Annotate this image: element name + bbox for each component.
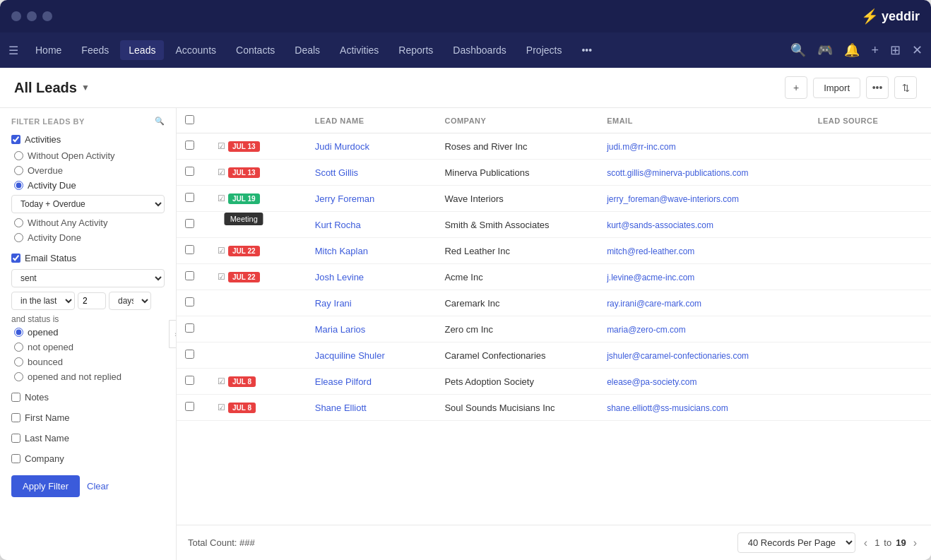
activity-badge[interactable]: JUL 19 — [228, 193, 260, 204]
filter-bounced[interactable]: bounced — [11, 357, 165, 367]
row-checkbox[interactable] — [185, 167, 194, 176]
nav-item-activities[interactable]: Activities — [331, 40, 387, 60]
nav-item-contacts[interactable]: Contacts — [227, 40, 283, 60]
row-checkbox[interactable] — [185, 193, 194, 202]
all-leads-button[interactable]: All Leads ▼ — [14, 80, 90, 96]
email-link[interactable]: j.levine@acme-inc.com — [607, 273, 694, 282]
activity-badge[interactable]: JUL 22 — [228, 272, 260, 282]
grid-icon[interactable]: ⊞ — [890, 42, 901, 58]
company-checkbox-label[interactable]: Company — [11, 453, 165, 464]
clear-filter-button[interactable]: Clear — [87, 481, 109, 492]
nav-item-accounts[interactable]: Accounts — [167, 40, 225, 60]
row-checkbox[interactable] — [185, 219, 194, 228]
gamepad-icon[interactable]: 🎮 — [817, 42, 833, 58]
firstname-checkbox[interactable] — [11, 413, 20, 422]
firstname-checkbox-label[interactable]: First Name — [11, 412, 165, 423]
activity-badge[interactable]: JUL 13 — [228, 141, 260, 152]
nav-item-home[interactable]: Home — [27, 40, 70, 60]
email-link[interactable]: scott.gillis@minerva-publications.com — [607, 168, 748, 178]
days-select[interactable]: days — [109, 292, 151, 310]
filter-not-opened[interactable]: not opened — [11, 342, 165, 352]
filter-search-icon[interactable]: 🔍 — [155, 117, 165, 126]
email-link[interactable]: judi.m@rr-inc.com — [607, 142, 676, 152]
more-options-button[interactable]: ••• — [866, 76, 889, 99]
email-link[interactable]: jerry_foreman@wave-interiors.com — [607, 194, 739, 204]
lead-name-link[interactable]: Shane Elliott — [315, 403, 367, 413]
filter-opened-not-replied[interactable]: opened and not replied — [11, 371, 165, 382]
apply-filter-button[interactable]: Apply Filter — [11, 475, 80, 497]
filter-without-open-activity[interactable]: Without Open Activity — [11, 150, 165, 161]
add-icon[interactable]: + — [871, 43, 879, 58]
lead-source-cell — [810, 186, 931, 212]
nav-item-more[interactable]: ••• — [573, 40, 600, 60]
lead-name-link[interactable]: Josh Levine — [315, 272, 364, 282]
email-link[interactable]: maria@zero-cm.com — [607, 325, 686, 335]
days-input[interactable] — [78, 292, 106, 309]
company-checkbox[interactable] — [11, 454, 20, 463]
lead-name-link[interactable]: Elease Pilford — [315, 376, 372, 387]
sort-button[interactable]: ⇅ — [894, 76, 917, 99]
lead-name-link[interactable]: Judi Murdock — [315, 141, 369, 152]
filter-opened[interactable]: opened — [11, 327, 165, 338]
prev-page-button[interactable]: ‹ — [861, 537, 870, 549]
email-sent-select[interactable]: sent — [11, 269, 165, 287]
lead-name-link[interactable]: Ray Irani — [315, 298, 352, 309]
email-link[interactable]: elease@pa-society.com — [607, 377, 696, 387]
filter-without-any-activity[interactable]: Without Any Activity — [11, 218, 165, 228]
toolbar-actions: + Import ••• ⇅ — [785, 76, 917, 99]
nav-item-leads[interactable]: Leads — [120, 40, 164, 60]
lead-name-link[interactable]: Kurt Rocha — [315, 220, 361, 230]
app-logo: ⚡ yeddir — [861, 8, 920, 25]
lead-name-link[interactable]: Mitch Kaplan — [315, 246, 368, 256]
row-checkbox[interactable] — [185, 376, 194, 385]
filter-overdue[interactable]: Overdue — [11, 165, 165, 176]
row-checkbox[interactable] — [185, 245, 194, 254]
email-link[interactable]: ray.irani@care-mark.com — [607, 299, 701, 309]
email-link[interactable]: shane.elliott@ss-musicians.com — [607, 403, 728, 413]
filter-activity-due[interactable]: Activity Due — [11, 180, 165, 191]
lead-name-link[interactable]: Maria Larios — [315, 324, 366, 335]
notes-checkbox-label[interactable]: Notes — [11, 392, 165, 403]
nav-item-reports[interactable]: Reports — [390, 40, 441, 60]
email-link[interactable]: kurt@sands-associates.com — [607, 220, 713, 230]
nav-item-feeds[interactable]: Feeds — [73, 40, 117, 60]
lead-name-link[interactable]: Jacquiline Shuler — [315, 350, 385, 361]
activity-badge[interactable]: JUL 8 — [228, 403, 256, 413]
row-checkbox[interactable] — [185, 350, 194, 359]
activity-badge[interactable]: JUL 22 — [228, 246, 260, 256]
activity-due-dropdown-row: Today + Overdue — [11, 195, 165, 213]
close-icon[interactable]: ✕ — [912, 42, 923, 58]
email-status-checkbox[interactable] — [11, 254, 20, 263]
activity-due-select[interactable]: Today + Overdue — [11, 195, 165, 213]
row-checkbox[interactable] — [185, 402, 194, 411]
nav-item-dashboards[interactable]: Dashboards — [444, 40, 515, 60]
row-checkbox[interactable] — [185, 297, 194, 306]
next-page-button[interactable]: › — [911, 537, 920, 549]
add-button[interactable]: + — [785, 76, 807, 99]
per-page-select[interactable]: 40 Records Per Page 20 Records Per Page … — [737, 532, 855, 553]
lead-name-link[interactable]: Scott Gillis — [315, 167, 358, 178]
lastname-checkbox-label[interactable]: Last Name — [11, 433, 165, 443]
row-checkbox[interactable] — [185, 271, 194, 280]
import-button[interactable]: Import — [813, 78, 860, 98]
activities-checkbox[interactable] — [11, 135, 20, 144]
sidebar-collapse-button[interactable]: › — [169, 320, 177, 348]
row-checkbox[interactable] — [185, 323, 194, 333]
email-link[interactable]: mitch@red-leather.com — [607, 246, 694, 256]
row-checkbox[interactable] — [185, 141, 194, 150]
activity-badge[interactable]: JUL 13 — [228, 167, 260, 178]
filter-activity-done[interactable]: Activity Done — [11, 232, 165, 243]
notes-checkbox[interactable] — [11, 393, 20, 402]
lastname-checkbox[interactable] — [11, 434, 20, 443]
in-the-last-select[interactable]: in the last — [11, 292, 75, 310]
nav-item-projects[interactable]: Projects — [518, 40, 571, 60]
activity-badge[interactable]: JUL 8 — [228, 376, 256, 387]
col-header-lead-name: LEAD NAME — [307, 108, 437, 133]
lead-name-link[interactable]: Jerry Foreman — [315, 193, 375, 204]
search-icon[interactable]: 🔍 — [790, 42, 806, 58]
email-link[interactable]: jshuler@caramel-confectionaries.com — [607, 351, 749, 361]
select-all-checkbox[interactable] — [185, 115, 194, 124]
bell-icon[interactable]: 🔔 — [844, 42, 860, 58]
hamburger-menu[interactable]: ☰ — [8, 44, 18, 57]
nav-item-deals[interactable]: Deals — [286, 40, 328, 60]
